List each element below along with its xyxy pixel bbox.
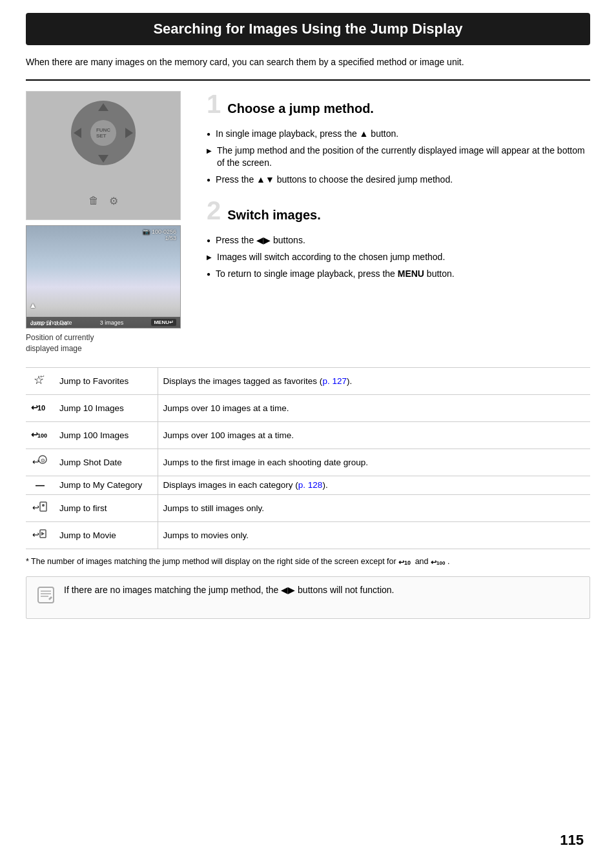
svg-text:↩: ↩ [40,374,45,379]
right-column: 1 Choose a jump method. ● In single imag… [207,91,590,354]
bullet-text: Images will switch according to the chos… [217,251,445,264]
table-label: Jump to Movie [54,521,158,549]
intro-text: When there are many images on the memory… [26,56,590,69]
svg-text:100: 100 [37,432,47,439]
link-p127[interactable]: p. 127 [322,376,347,386]
circle-icon: ● [207,130,210,141]
table-icon: ↩ [26,521,54,549]
jump-movie-icon: ↩ [32,526,48,541]
svg-text:↩: ↩ [32,503,39,512]
section-2-title: Switch images. [227,208,321,223]
note-text: If there are no images matching the jump… [64,583,395,597]
table-label: Jump Shot Date [54,449,158,476]
bullet-2-2: ▶ Images will switch according to the ch… [207,251,590,264]
svg-text:10: 10 [404,560,411,566]
bullet-text: Press the ◀▶ buttons. [216,234,305,247]
table-row: ↩ Jump to Movie Jumps to movies only. [26,521,590,549]
main-content: FUNCSET 🗑 ⚙ 📷 100-0256 1/53 [26,91,590,354]
footnote-text: * The number of images matching the jump… [26,556,590,568]
table-label: Jump 100 Images [54,421,158,449]
bullet-text: In single image playback, press the ▲ bu… [216,128,398,141]
svg-marker-14 [41,532,45,536]
table-description: Jumps to the first image in each shootin… [158,449,590,476]
svg-text:100: 100 [436,560,446,566]
bullet-text: Press the ▲▼ buttons to choose the desir… [216,174,453,187]
table-description: Jumps over 100 images at a time. [158,421,590,449]
page-title: Searching for Images Using the Jump Disp… [26,13,590,45]
bullet-1-1: ● In single image playback, press the ▲ … [207,128,590,141]
favorites-icon: ☆ ↩ [32,372,48,387]
image-caption: Position of currently displayed image [26,332,194,354]
circle-icon: ● [207,236,210,247]
shot-date-icon: ↩ ⊙ [32,453,48,469]
section-2-bullets: ● Press the ◀▶ buttons. ▶ Images will sw… [207,234,590,280]
table-row: ↩ 100 Jump 100 Images Jumps over 100 ima… [26,421,590,449]
table-row: ↩ ⊙ Jump Shot Date Jumps to the first im… [26,449,590,476]
footnote-icon-100: ↩ 100 [431,556,447,567]
note-icon [36,585,56,612]
svg-text:10: 10 [37,404,45,412]
bullet-text: To return to single image playback, pres… [216,268,455,281]
section-divider [26,79,590,81]
circle-icon: ● [207,176,210,187]
table-description: Jumps to still images only. [158,494,590,521]
table-row: ↩ Jump to first Jumps to still images on… [26,494,590,521]
table-label: Jump 10 Images [54,394,158,421]
table-description: Jumps over 10 images at a time. [158,394,590,421]
page-number: 115 [560,832,584,849]
table-row: ☆ ↩ Jump to Favorites Displays the image… [26,367,590,394]
section-1: 1 Choose a jump method. ● In single imag… [207,91,590,186]
bullet-2-1: ● Press the ◀▶ buttons. [207,234,590,247]
table-row: ↩ 10 Jump 10 Images Jumps over 10 images… [26,394,590,421]
table-icon: — [26,476,54,494]
svg-text:⊙: ⊙ [41,458,45,463]
table-icon: ↩ [26,494,54,521]
section-1-header: 1 Choose a jump method. [207,91,590,123]
section-2: 2 Switch images. ● Press the ◀▶ buttons.… [207,197,590,280]
table-icon: ↩ 10 [26,394,54,421]
note-box: If there are no images matching the jump… [26,576,590,619]
jump100-icon: ↩ 100 [31,426,49,441]
link-p128[interactable]: p. 128 [298,480,323,490]
circle-icon: ● [207,270,210,281]
footnote-icon-10: ↩ 10 [398,556,413,567]
screen-top-info: 📷 100-0256 1/53 [143,228,176,241]
svg-rect-19 [38,587,54,603]
table-description: Displays images in each category (p. 128… [158,476,590,494]
section-1-bullets: ● In single image playback, press the ▲ … [207,128,590,186]
table-icon: ↩ 100 [26,421,54,449]
bullet-2-3: ● To return to single image playback, pr… [207,268,590,281]
table-description: Displays the images tagged as favorites … [158,367,590,394]
jump-methods-table: ☆ ↩ Jump to Favorites Displays the image… [26,367,590,549]
table-icon: ☆ ↩ [26,367,54,394]
table-label: Jump to My Category [54,476,158,494]
jump-first-icon: ↩ [32,499,48,514]
section-1-number: 1 [207,91,221,117]
table-icon: ↩ ⊙ [26,449,54,476]
left-column: FUNCSET 🗑 ⚙ 📷 100-0256 1/53 [26,91,194,354]
svg-text:↩: ↩ [32,530,39,540]
pencil-note-icon [36,585,56,605]
svg-text:↩: ↩ [32,457,39,467]
svg-point-11 [42,504,45,507]
triangle-icon: ▶ [207,253,212,264]
screen-illustration: 📷 100-0256 1/53 ▲ Jump Shot Date 3 image… [26,225,181,328]
triangle-icon: ▶ [207,146,212,170]
section-2-number: 2 [207,197,221,223]
table-description: Jumps to movies only. [158,521,590,549]
table-row: — Jump to My Category Displays images in… [26,476,590,494]
camera-top-illustration: FUNCSET 🗑 ⚙ [26,91,181,220]
bullet-1-2: ▶ The jump method and the position of th… [207,145,590,170]
table-label: Jump to first [54,494,158,521]
jump10-icon: ↩ 10 [31,399,49,414]
bullet-text: The jump method and the position of the … [217,145,590,170]
screen-left-indicator: ▲ [29,301,37,310]
section-1-title: Choose a jump method. [227,101,374,116]
table-label: Jump to Favorites [54,367,158,394]
bullet-1-3: ● Press the ▲▼ buttons to choose the des… [207,174,590,187]
section-2-header: 2 Switch images. [207,197,590,229]
